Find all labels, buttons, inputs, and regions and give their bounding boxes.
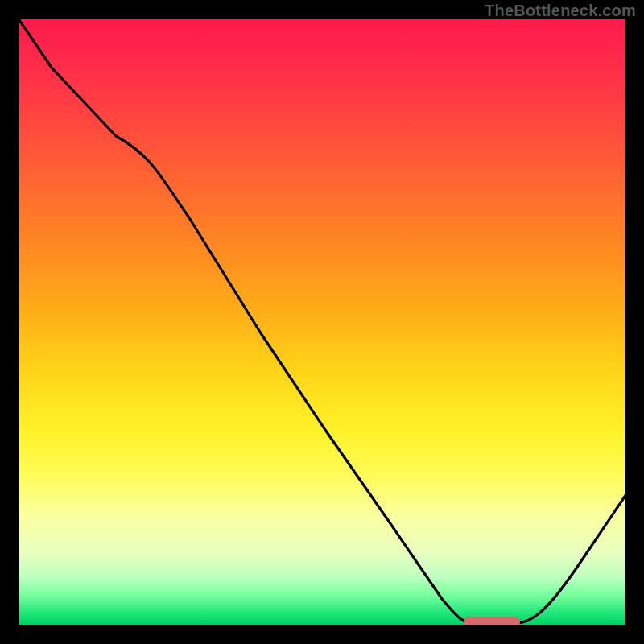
chart-svg xyxy=(19,19,625,625)
bottleneck-curve xyxy=(19,19,625,623)
watermark-label: TheBottleneck.com xyxy=(485,2,636,20)
plot-area xyxy=(19,19,625,625)
optimal-marker xyxy=(464,617,520,625)
chart-container: TheBottleneck.com xyxy=(0,0,644,644)
